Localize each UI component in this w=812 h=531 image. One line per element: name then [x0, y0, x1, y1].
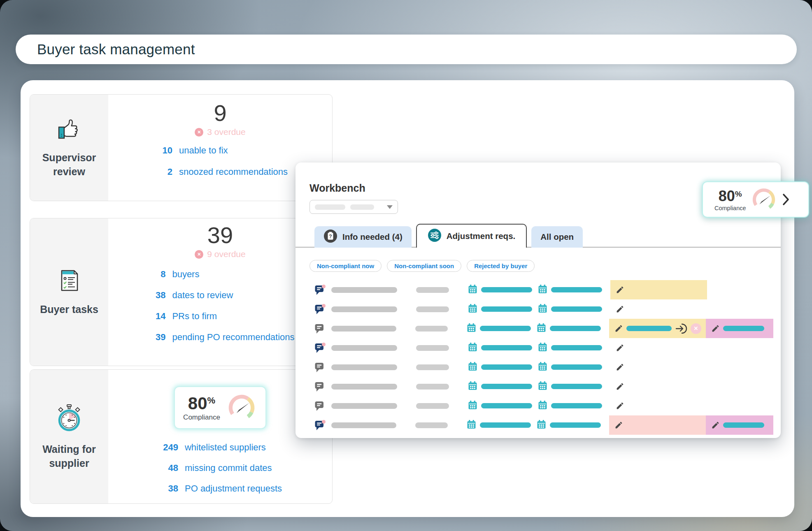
chip-non-compliant-now[interactable]: Non-compliant now: [309, 260, 382, 272]
task-row[interactable]: [309, 415, 773, 435]
calendar-icon: [468, 400, 477, 412]
message-icon[interactable]: [314, 323, 326, 334]
date-value-bar: [481, 403, 532, 408]
overdue-x-icon: ✕: [195, 128, 203, 137]
calendar-icon: [467, 323, 476, 334]
calendar-icon: [538, 342, 547, 354]
page-title: Buyer task management: [37, 41, 195, 58]
task-row[interactable]: [309, 396, 773, 415]
task-row[interactable]: [309, 280, 773, 299]
sliders-icon: [428, 228, 442, 244]
calendar-icon: [538, 362, 547, 373]
task-row[interactable]: [309, 338, 773, 357]
card-stats: 10unable to fix 2snoozed recommendations: [153, 145, 288, 177]
date-value-bar: [481, 384, 532, 389]
task-row[interactable]: ✕: [309, 319, 773, 338]
row-actions: [610, 280, 773, 299]
card-supervisor-review: Supervisor review 9 ✕ 3 overdue 10unable…: [30, 94, 333, 201]
edit-pencil-icon[interactable]: [616, 305, 624, 313]
chevron-right-icon[interactable]: [782, 193, 790, 206]
stat-link-unable-to-fix[interactable]: 10unable to fix: [153, 145, 288, 156]
edit-pencil-icon[interactable]: [614, 324, 623, 333]
stat-link-snoozed-recommendations[interactable]: 2snoozed recommendations: [153, 167, 288, 177]
tab-adjustment-reqs[interactable]: Adjustment reqs.: [416, 224, 527, 248]
date-value-bar: [481, 306, 532, 312]
skeleton-text: [331, 287, 397, 293]
app-header: Buyer task management: [16, 35, 797, 64]
highlight-yellow: [610, 280, 707, 299]
date-value-bar: [551, 384, 602, 389]
skeleton-text: [331, 306, 397, 312]
edit-pencil-icon[interactable]: [616, 401, 624, 410]
row-actions: [609, 415, 773, 435]
message-unread-icon[interactable]: [314, 304, 326, 315]
calendar-icon: [468, 342, 477, 354]
tab-all-open[interactable]: All open: [531, 226, 583, 248]
edit-pencil-icon[interactable]: [616, 343, 624, 352]
stat-link-buyers[interactable]: 8buyers: [146, 269, 294, 280]
edit-pencil-icon[interactable]: [711, 421, 720, 429]
date-value-bar: [551, 403, 602, 408]
date-value-bar: [723, 326, 764, 331]
open-count: 9: [214, 100, 226, 126]
date-value-bar: [551, 287, 602, 292]
message-icon[interactable]: [314, 381, 326, 392]
message-icon[interactable]: [314, 401, 326, 411]
task-row[interactable]: [309, 377, 773, 396]
compliance-widget[interactable]: 80% Compliance: [702, 181, 809, 218]
date-value-bar: [551, 364, 602, 370]
stat-link-whitelisted-suppliers[interactable]: 249whitelisted suppliers: [158, 442, 282, 453]
edit-pencil-icon[interactable]: [614, 421, 623, 429]
date-value-bar: [723, 422, 764, 428]
skeleton-text: [331, 384, 397, 390]
date-value-bar: [481, 287, 532, 292]
card-buyer-tasks: Buyer tasks 39 ✕ 9 overdue 8buyers 38dat…: [30, 218, 333, 366]
dismiss-icon[interactable]: ✕: [691, 323, 701, 334]
desktop-background: Buyer task management Supervisor review …: [0, 0, 812, 531]
highlight-salmon: [609, 415, 706, 435]
message-unread-icon[interactable]: [314, 285, 326, 295]
compliance-label: Compliance: [714, 205, 746, 211]
workbench-filter-chips: Non-compliant now Non-compliant soon Rej…: [309, 260, 767, 272]
task-row[interactable]: [309, 299, 773, 319]
transfer-arrow-icon[interactable]: [675, 323, 687, 334]
message-unread-icon[interactable]: [314, 343, 326, 353]
stat-link-pending-po-recommendations[interactable]: 39pending PO recommendations: [146, 332, 294, 343]
edit-pencil-icon[interactable]: [616, 285, 624, 294]
gauge-icon: [750, 187, 777, 212]
task-row[interactable]: [309, 357, 773, 377]
message-icon[interactable]: [314, 362, 326, 373]
stat-link-prs-to-firm[interactable]: 14PRs to firm: [146, 311, 294, 322]
workbench-tabs: ? Info needed (4): [314, 224, 767, 248]
open-count: 39: [207, 222, 233, 248]
stat-link-dates-to-review[interactable]: 38dates to review: [146, 290, 294, 301]
chip-non-compliant-soon[interactable]: Non-compliant soon: [387, 260, 461, 272]
edit-pencil-icon[interactable]: [616, 382, 624, 391]
skeleton-text: [416, 345, 449, 351]
skeleton-text: [331, 326, 396, 332]
highlight-pink: [706, 319, 773, 338]
date-value-bar: [550, 422, 601, 428]
row-actions: [610, 377, 773, 396]
card-stats: 249whitelisted suppliers 48missing commi…: [158, 442, 282, 494]
message-unread-icon[interactable]: [314, 420, 326, 431]
edit-pencil-icon[interactable]: [711, 324, 720, 333]
tab-info-needed[interactable]: ? Info needed (4): [314, 226, 412, 248]
calendar-icon: [538, 304, 547, 315]
date-value-bar: [480, 422, 531, 428]
skeleton-text: [416, 364, 449, 370]
workbench-filter-select[interactable]: [309, 200, 398, 214]
stat-link-missing-commit-dates[interactable]: 48missing commit dates: [158, 463, 282, 473]
clipboard-question-icon: ?: [323, 229, 337, 245]
stat-link-po-adjustment-requests[interactable]: 38PO adjustment requests: [158, 483, 282, 494]
calendar-icon: [468, 381, 477, 392]
chip-rejected-by-buyer[interactable]: Rejected by buyer: [467, 260, 535, 272]
skeleton-text: [315, 204, 345, 210]
card-icon-zone: Supervisor review: [30, 95, 108, 201]
skeleton-text: [415, 422, 448, 428]
skeleton-text: [331, 403, 397, 409]
calendar-icon: [468, 284, 477, 296]
row-actions: [610, 357, 773, 377]
edit-pencil-icon[interactable]: [616, 363, 624, 371]
checklist-icon: [57, 267, 81, 295]
